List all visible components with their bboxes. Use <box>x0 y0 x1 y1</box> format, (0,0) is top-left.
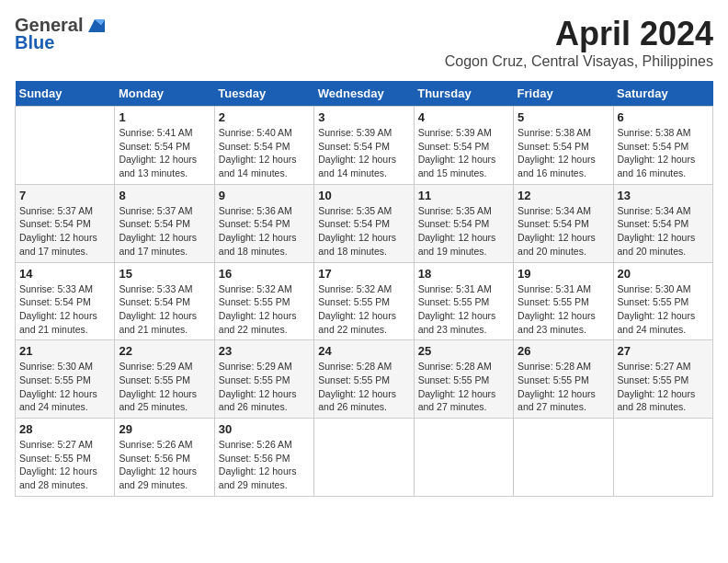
day-number: 18 <box>418 267 509 281</box>
day-number: 19 <box>518 267 609 281</box>
weekday-header-cell: Monday <box>115 81 214 107</box>
calendar-cell: 18Sunrise: 5:31 AMSunset: 5:55 PMDayligh… <box>414 262 513 340</box>
calendar-week-row: 28Sunrise: 5:27 AMSunset: 5:55 PMDayligh… <box>16 419 713 497</box>
day-number: 30 <box>219 422 310 436</box>
calendar-cell: 20Sunrise: 5:30 AMSunset: 5:55 PMDayligh… <box>613 262 712 340</box>
weekday-header-row: SundayMondayTuesdayWednesdayThursdayFrid… <box>16 81 713 107</box>
day-info: Sunrise: 5:26 AMSunset: 5:56 PMDaylight:… <box>119 438 210 492</box>
day-number: 10 <box>318 189 409 202</box>
day-number: 22 <box>119 344 210 358</box>
day-info: Sunrise: 5:38 AMSunset: 5:54 PMDaylight:… <box>518 126 609 180</box>
day-info: Sunrise: 5:31 AMSunset: 5:55 PMDaylight:… <box>418 282 509 337</box>
day-info: Sunrise: 5:28 AMSunset: 5:55 PMDaylight:… <box>418 360 509 414</box>
day-number: 15 <box>119 267 210 281</box>
day-info: Sunrise: 5:37 AMSunset: 5:54 PMDaylight:… <box>19 204 110 259</box>
day-info: Sunrise: 5:28 AMSunset: 5:55 PMDaylight:… <box>518 360 609 414</box>
day-number: 8 <box>119 189 210 202</box>
calendar-body: 1Sunrise: 5:41 AMSunset: 5:54 PMDaylight… <box>16 107 713 497</box>
calendar-cell: 16Sunrise: 5:32 AMSunset: 5:55 PMDayligh… <box>214 262 313 340</box>
weekday-header-cell: Friday <box>514 81 613 107</box>
calendar-cell: 3Sunrise: 5:39 AMSunset: 5:54 PMDaylight… <box>314 107 414 185</box>
day-info: Sunrise: 5:34 AMSunset: 5:54 PMDaylight:… <box>618 204 709 259</box>
day-info: Sunrise: 5:30 AMSunset: 5:55 PMDaylight:… <box>618 282 709 337</box>
calendar-cell: 29Sunrise: 5:26 AMSunset: 5:56 PMDayligh… <box>115 419 214 497</box>
calendar-cell: 9Sunrise: 5:36 AMSunset: 5:54 PMDaylight… <box>214 184 313 262</box>
day-number: 26 <box>518 344 609 358</box>
calendar-cell: 26Sunrise: 5:28 AMSunset: 5:55 PMDayligh… <box>514 340 613 419</box>
logo-blue: Blue <box>15 32 54 53</box>
day-number: 12 <box>518 189 609 202</box>
calendar-cell: 28Sunrise: 5:27 AMSunset: 5:55 PMDayligh… <box>16 419 115 497</box>
month-title: April 2024 <box>445 15 713 53</box>
day-number: 7 <box>19 189 110 202</box>
day-number: 24 <box>318 344 409 358</box>
calendar-cell <box>16 107 115 185</box>
location-title: Cogon Cruz, Central Visayas, Philippines <box>445 53 713 70</box>
calendar-cell: 17Sunrise: 5:32 AMSunset: 5:55 PMDayligh… <box>314 262 414 340</box>
day-info: Sunrise: 5:30 AMSunset: 5:55 PMDaylight:… <box>19 360 110 414</box>
day-number: 6 <box>618 110 709 124</box>
calendar-cell: 23Sunrise: 5:29 AMSunset: 5:55 PMDayligh… <box>214 340 313 419</box>
calendar-cell: 14Sunrise: 5:33 AMSunset: 5:54 PMDayligh… <box>16 262 115 340</box>
title-section: April 2024 Cogon Cruz, Central Visayas, … <box>445 15 713 70</box>
calendar-cell: 2Sunrise: 5:40 AMSunset: 5:54 PMDaylight… <box>214 107 313 185</box>
day-info: Sunrise: 5:27 AMSunset: 5:55 PMDaylight:… <box>618 360 709 414</box>
day-info: Sunrise: 5:35 AMSunset: 5:54 PMDaylight:… <box>418 204 509 259</box>
day-number: 29 <box>119 422 210 436</box>
calendar-cell: 4Sunrise: 5:39 AMSunset: 5:54 PMDaylight… <box>414 107 513 185</box>
calendar-cell: 21Sunrise: 5:30 AMSunset: 5:55 PMDayligh… <box>16 340 115 419</box>
weekday-header-cell: Wednesday <box>314 81 414 107</box>
calendar-cell: 7Sunrise: 5:37 AMSunset: 5:54 PMDaylight… <box>16 184 115 262</box>
day-number: 25 <box>418 344 509 358</box>
day-info: Sunrise: 5:33 AMSunset: 5:54 PMDaylight:… <box>19 282 110 337</box>
day-number: 28 <box>19 422 110 436</box>
calendar-cell: 24Sunrise: 5:28 AMSunset: 5:55 PMDayligh… <box>314 340 414 419</box>
day-number: 13 <box>618 189 709 202</box>
calendar-cell: 5Sunrise: 5:38 AMSunset: 5:54 PMDaylight… <box>514 107 613 185</box>
day-info: Sunrise: 5:32 AMSunset: 5:55 PMDaylight:… <box>318 282 409 337</box>
page-header: General Blue April 2024 Cogon Cruz, Cent… <box>15 15 713 70</box>
day-info: Sunrise: 5:29 AMSunset: 5:55 PMDaylight:… <box>119 360 210 414</box>
calendar-week-row: 7Sunrise: 5:37 AMSunset: 5:54 PMDaylight… <box>16 184 713 262</box>
day-info: Sunrise: 5:26 AMSunset: 5:56 PMDaylight:… <box>219 438 310 492</box>
calendar-week-row: 14Sunrise: 5:33 AMSunset: 5:54 PMDayligh… <box>16 262 713 340</box>
day-number: 11 <box>418 189 509 202</box>
day-info: Sunrise: 5:29 AMSunset: 5:55 PMDaylight:… <box>219 360 310 414</box>
calendar-cell: 10Sunrise: 5:35 AMSunset: 5:54 PMDayligh… <box>314 184 414 262</box>
weekday-header-cell: Saturday <box>613 81 712 107</box>
calendar-cell: 27Sunrise: 5:27 AMSunset: 5:55 PMDayligh… <box>613 340 712 419</box>
calendar-cell: 25Sunrise: 5:28 AMSunset: 5:55 PMDayligh… <box>414 340 513 419</box>
day-info: Sunrise: 5:33 AMSunset: 5:54 PMDaylight:… <box>119 282 210 337</box>
calendar-cell <box>414 419 513 497</box>
day-number: 2 <box>219 110 310 124</box>
calendar-cell: 13Sunrise: 5:34 AMSunset: 5:54 PMDayligh… <box>613 184 712 262</box>
weekday-header-cell: Sunday <box>16 81 115 107</box>
day-number: 21 <box>19 344 110 358</box>
calendar-cell <box>613 419 712 497</box>
day-info: Sunrise: 5:28 AMSunset: 5:55 PMDaylight:… <box>318 360 409 414</box>
calendar-cell <box>314 419 414 497</box>
logo: General Blue <box>15 15 105 53</box>
calendar-cell: 12Sunrise: 5:34 AMSunset: 5:54 PMDayligh… <box>514 184 613 262</box>
weekday-header-cell: Thursday <box>414 81 513 107</box>
day-info: Sunrise: 5:36 AMSunset: 5:54 PMDaylight:… <box>219 204 310 259</box>
calendar-table: SundayMondayTuesdayWednesdayThursdayFrid… <box>15 81 713 497</box>
calendar-cell <box>514 419 613 497</box>
day-info: Sunrise: 5:34 AMSunset: 5:54 PMDaylight:… <box>518 204 609 259</box>
logo-icon <box>85 16 105 36</box>
day-info: Sunrise: 5:31 AMSunset: 5:55 PMDaylight:… <box>518 282 609 337</box>
calendar-cell: 19Sunrise: 5:31 AMSunset: 5:55 PMDayligh… <box>514 262 613 340</box>
day-number: 17 <box>318 267 409 281</box>
calendar-week-row: 21Sunrise: 5:30 AMSunset: 5:55 PMDayligh… <box>16 340 713 419</box>
day-info: Sunrise: 5:39 AMSunset: 5:54 PMDaylight:… <box>418 126 509 180</box>
calendar-cell: 11Sunrise: 5:35 AMSunset: 5:54 PMDayligh… <box>414 184 513 262</box>
weekday-header-cell: Tuesday <box>214 81 313 107</box>
day-number: 20 <box>618 267 709 281</box>
day-number: 4 <box>418 110 509 124</box>
calendar-cell: 15Sunrise: 5:33 AMSunset: 5:54 PMDayligh… <box>115 262 214 340</box>
day-info: Sunrise: 5:38 AMSunset: 5:54 PMDaylight:… <box>618 126 709 180</box>
day-number: 1 <box>119 110 210 124</box>
calendar-week-row: 1Sunrise: 5:41 AMSunset: 5:54 PMDaylight… <box>16 107 713 185</box>
day-number: 27 <box>618 344 709 358</box>
day-info: Sunrise: 5:35 AMSunset: 5:54 PMDaylight:… <box>318 204 409 259</box>
